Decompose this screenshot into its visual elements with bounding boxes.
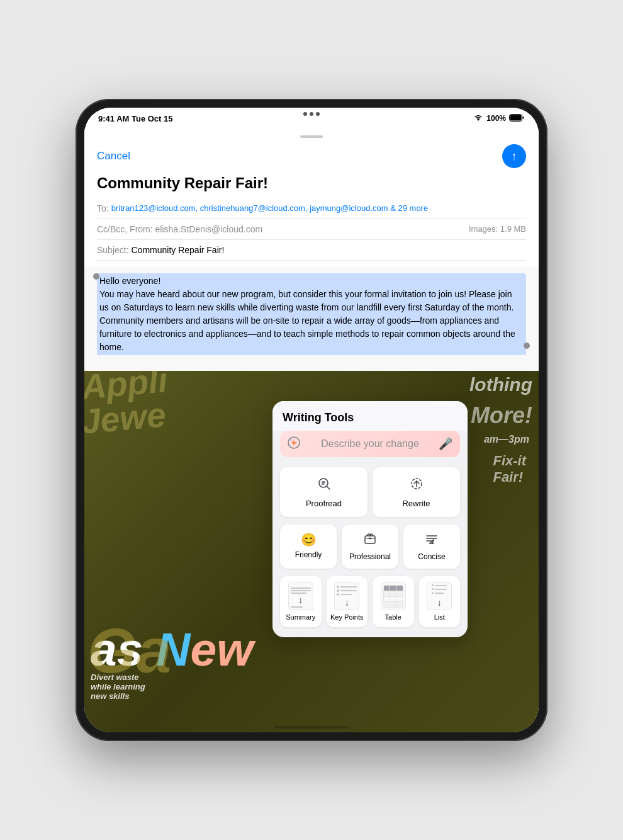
friendly-label: Friendly <box>295 550 322 559</box>
writing-tools-placeholder: Describe your change <box>305 438 435 450</box>
mail-header-top: Cancel ↑ <box>97 144 526 168</box>
professional-label: Professional <box>349 552 391 561</box>
mail-from-field: Cc/Bcc, From: elisha.StDenis@icloud.com … <box>97 219 526 240</box>
device-inner: 9:41 AM Tue Oct 15 100% <box>84 108 539 732</box>
proofread-icon <box>317 476 332 495</box>
summary-label: Summary <box>286 613 315 621</box>
writing-tools-format-grid: ↓ Summary <box>272 576 468 637</box>
table-preview <box>381 582 406 610</box>
professional-icon <box>363 532 377 549</box>
writing-tools-panel: Writing Tools <box>272 401 468 637</box>
selection-handle-right <box>524 343 530 349</box>
status-bar: 9:41 AM Tue Oct 15 100% <box>84 108 539 129</box>
rewrite-icon <box>409 476 424 495</box>
writing-tools-main-grid: Proofread Rewrite <box>272 465 468 525</box>
table-label: Table <box>385 613 401 621</box>
summary-arrow: ↓ <box>298 595 303 605</box>
summary-button[interactable]: ↓ Summary <box>280 576 322 627</box>
mail-body-text: Hello everyone!You may have heard about … <box>97 273 526 355</box>
ai-icon <box>288 436 300 452</box>
concise-label: Concise <box>418 552 445 561</box>
mail-app: Cancel ↑ Community Repair Fair! To: brit… <box>84 129 539 732</box>
list-preview: ↓ <box>427 582 452 610</box>
mail-header: Cancel ↑ Community Repair Fair! To: brit… <box>84 142 539 267</box>
svg-rect-9 <box>365 536 375 543</box>
camera-dot <box>303 112 307 116</box>
svg-rect-1 <box>510 115 522 120</box>
wifi-icon <box>473 114 483 123</box>
writing-tools-tone-grid: 😊 Friendly <box>272 525 468 576</box>
send-button[interactable]: ↑ <box>502 144 526 168</box>
home-indicator <box>274 726 349 729</box>
mail-title: Community Repair Fair! <box>97 174 526 192</box>
device-frame: 9:41 AM Tue Oct 15 100% <box>76 99 547 741</box>
to-label: To: <box>97 203 109 213</box>
camera-area <box>303 112 320 116</box>
flyer-fixit-text: Fix-itFair! <box>493 453 526 486</box>
key-points-arrow: ↓ <box>345 598 349 608</box>
subject-value: Community Repair Fair! <box>131 245 224 255</box>
list-arrow: ↓ <box>437 598 442 608</box>
mail-to-field: To: britran123@icloud.com, christinehuan… <box>97 198 526 219</box>
flyer-ga-text: Ga <box>87 619 171 682</box>
proofread-label: Proofread <box>306 499 342 508</box>
svg-rect-11 <box>369 538 371 539</box>
flyer-clothing-text: lothing <box>469 374 532 395</box>
flyer-jewelry-text: Jewe <box>84 395 167 441</box>
writing-tools-input-container: Describe your change 🎤 <box>272 431 468 465</box>
list-button[interactable]: ↓ List <box>419 576 461 627</box>
key-points-button[interactable]: ↓ Key Points <box>327 576 368 627</box>
flyer-time-text: am—3pm <box>484 434 529 445</box>
summary-preview: ↓ <box>288 582 313 610</box>
key-points-preview: ↓ <box>334 582 359 610</box>
images-label: Images: 1.9 MB <box>469 224 526 234</box>
camera-dot-3 <box>316 112 320 116</box>
subject-label: Subject: <box>97 245 129 255</box>
concise-icon <box>425 532 439 549</box>
rewrite-button[interactable]: Rewrite <box>373 467 460 517</box>
professional-button[interactable]: Professional <box>342 525 398 569</box>
from-value[interactable]: Cc/Bcc, From: elisha.StDenis@icloud.com <box>97 224 262 234</box>
camera-dot-2 <box>310 112 313 116</box>
drag-handle <box>84 129 539 142</box>
battery-level: 100% <box>486 114 506 123</box>
flyer-more-text: More! <box>471 402 532 429</box>
battery-icon <box>509 114 525 123</box>
mail-image-area: Appli Jewe lothing More! am—3pm Fix-itFa… <box>84 371 539 732</box>
rewrite-label: Rewrite <box>402 499 430 508</box>
cancel-button[interactable]: Cancel <box>97 150 130 162</box>
key-points-label: Key Points <box>330 613 364 621</box>
friendly-icon: 😊 <box>301 532 317 547</box>
send-icon: ↑ <box>512 150 517 162</box>
microphone-icon[interactable]: 🎤 <box>439 437 452 451</box>
status-right: 100% <box>473 114 525 123</box>
writing-tools-title: Writing Tools <box>272 401 468 431</box>
table-button[interactable]: Table <box>373 576 414 627</box>
proofread-button[interactable]: Proofread <box>280 467 368 517</box>
drag-handle-bar <box>300 135 323 138</box>
flyer-ew-text: ew <box>190 623 253 676</box>
friendly-button[interactable]: 😊 Friendly <box>280 525 337 569</box>
mail-subject-field[interactable]: Subject: Community Repair Fair! <box>97 240 526 261</box>
concise-button[interactable]: Concise <box>403 525 460 569</box>
selection-handle-left <box>93 273 99 280</box>
writing-tools-input[interactable]: Describe your change 🎤 <box>280 431 460 457</box>
list-label: List <box>434 613 445 621</box>
mail-body[interactable]: Hello everyone!You may have heard about … <box>84 267 539 371</box>
status-time: 9:41 AM Tue Oct 15 <box>98 114 172 123</box>
to-value[interactable]: britran123@icloud.com, christinehuang7@i… <box>111 203 526 213</box>
